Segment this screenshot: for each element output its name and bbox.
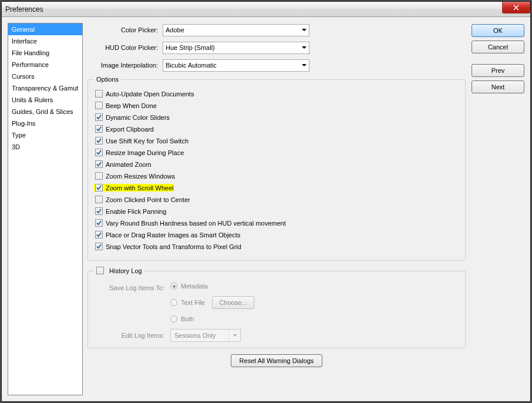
option-row: Use Shift Key for Tool Switch <box>94 137 459 145</box>
option-row: Place or Drag Raster Images as Smart Obj… <box>94 231 459 239</box>
image-interpolation-select[interactable]: Bicubic Automatic <box>163 59 309 72</box>
top-controls: Color Picker: Adobe HUD Color Picker: Hu… <box>87 23 466 367</box>
option-checkbox[interactable] <box>95 113 103 121</box>
option-row: Animated Zoom <box>94 160 459 168</box>
option-label: Use Shift Key for Tool Switch <box>106 137 188 145</box>
option-checkbox[interactable] <box>95 137 103 145</box>
image-interpolation-value: Bicubic Automatic <box>166 62 217 69</box>
option-row: Zoom Resizes Windows <box>94 172 459 180</box>
sidebar-item-guides-grid-slices[interactable]: Guides, Grid & Slices <box>8 106 82 117</box>
option-label: Snap Vector Tools and Transforms to Pixe… <box>106 243 241 250</box>
radio-metadata[interactable] <box>170 283 177 290</box>
option-checkbox[interactable] <box>95 231 103 239</box>
sidebar-item-units-rulers[interactable]: Units & Rulers <box>8 94 82 106</box>
option-label: Auto-Update Open Documents <box>106 90 194 98</box>
save-log-items-label: Save Log Items To: <box>100 284 170 291</box>
sidebar-item-performance[interactable]: Performance <box>8 59 82 70</box>
option-label: Zoom with Scroll Wheel <box>106 184 174 192</box>
radio-text-file-label: Text File <box>181 299 205 306</box>
prev-button[interactable]: Prev <box>472 64 524 77</box>
options-legend: Options <box>94 76 121 83</box>
option-checkbox[interactable] <box>95 243 103 250</box>
option-checkbox[interactable] <box>95 160 103 168</box>
hud-color-picker-select[interactable]: Hue Strip (Small) <box>163 42 309 54</box>
history-log-label: History Log <box>109 267 142 274</box>
option-checkbox[interactable] <box>95 207 103 215</box>
option-label: Resize Image During Place <box>106 149 184 156</box>
history-log-checkbox[interactable] <box>96 267 104 274</box>
color-picker-select[interactable]: Adobe <box>163 24 309 36</box>
ok-button[interactable]: OK <box>472 24 524 37</box>
option-row: Dynamic Color Sliders <box>94 113 459 121</box>
history-log-fieldset: History Log Save Log Items To: Metadata <box>87 267 466 348</box>
option-label: Zoom Resizes Windows <box>106 173 175 180</box>
option-checkbox[interactable] <box>95 196 103 203</box>
chevron-down-icon <box>302 29 307 31</box>
reset-warnings-button[interactable]: Reset All Warning Dialogs <box>231 354 323 367</box>
radio-text-file[interactable] <box>170 299 177 306</box>
radio-both-label: Both <box>181 315 194 323</box>
option-checkbox[interactable] <box>95 172 103 180</box>
window-title: Preferences <box>4 5 43 14</box>
color-picker-value: Adobe <box>166 26 184 33</box>
close-button[interactable] <box>502 2 530 14</box>
option-label: Vary Round Brush Hardness based on HUD v… <box>106 220 286 227</box>
option-checkbox[interactable] <box>95 149 103 156</box>
next-button[interactable]: Next <box>472 80 524 93</box>
option-label: Zoom Clicked Point to Center <box>106 196 190 203</box>
chevron-down-icon <box>302 64 307 66</box>
cancel-button[interactable]: Cancel <box>472 41 524 53</box>
sidebar-item-plugins[interactable]: Plug-Ins <box>8 117 82 129</box>
edit-log-items-label: Edit Log Items: <box>100 332 170 339</box>
option-label: Export Clipboard <box>106 126 154 133</box>
sidebar-item-cursors[interactable]: Cursors <box>8 70 82 82</box>
hud-color-picker-value: Hue Strip (Small) <box>166 44 215 51</box>
sidebar-item-3d[interactable]: 3D <box>8 141 82 153</box>
image-interpolation-label: Image Interpolation: <box>87 62 163 69</box>
option-label: Place or Drag Raster Images as Smart Obj… <box>106 231 240 239</box>
sidebar-item-file-handling[interactable]: File Handling <box>8 47 82 59</box>
option-label: Dynamic Color Sliders <box>106 114 170 121</box>
chevron-down-icon <box>233 334 237 337</box>
category-sidebar: General Interface File Handling Performa… <box>8 23 83 395</box>
radio-metadata-label: Metadata <box>181 283 208 290</box>
option-checkbox[interactable] <box>95 102 103 109</box>
option-label: Animated Zoom <box>106 161 151 168</box>
action-buttons: OK Cancel Prev Next <box>472 23 524 367</box>
option-checkbox[interactable] <box>95 90 103 98</box>
sidebar-item-type[interactable]: Type <box>8 129 82 141</box>
option-checkbox[interactable] <box>95 125 103 133</box>
close-icon <box>513 5 519 11</box>
option-checkbox[interactable] <box>95 219 103 227</box>
option-row: Beep When Done <box>94 102 459 109</box>
choose-button[interactable]: Choose... <box>212 296 254 309</box>
options-fieldset: Options Auto-Update Open DocumentsBeep W… <box>87 76 466 261</box>
main-panel: Color Picker: Adobe HUD Color Picker: Hu… <box>87 23 524 395</box>
preferences-window: Preferences General Interface File Handl… <box>1 1 531 402</box>
option-row: Zoom with Scroll Wheel <box>94 184 174 192</box>
option-row: Resize Image During Place <box>94 149 459 156</box>
option-label: Enable Flick Panning <box>106 208 166 215</box>
history-log-legend: History Log <box>94 267 144 276</box>
sidebar-item-general[interactable]: General <box>8 23 82 35</box>
chevron-down-icon <box>302 46 307 49</box>
option-row: Enable Flick Panning <box>94 207 459 215</box>
option-checkbox[interactable] <box>95 184 103 192</box>
edit-log-items-value: Sessions Only <box>174 332 216 339</box>
hud-color-picker-label: HUD Color Picker: <box>87 44 163 51</box>
dialog-body: General Interface File Handling Performa… <box>2 17 530 401</box>
sidebar-item-interface[interactable]: Interface <box>8 35 82 47</box>
sidebar-item-transparency-gamut[interactable]: Transparency & Gamut <box>8 82 82 94</box>
titlebar[interactable]: Preferences <box>2 2 530 17</box>
color-picker-label: Color Picker: <box>87 26 163 33</box>
option-row: Auto-Update Open Documents <box>94 90 459 98</box>
edit-log-items-select[interactable]: Sessions Only <box>170 329 241 342</box>
radio-both[interactable] <box>170 315 177 323</box>
option-row: Export Clipboard <box>94 125 459 133</box>
option-row: Snap Vector Tools and Transforms to Pixe… <box>94 243 459 250</box>
option-label: Beep When Done <box>106 102 157 109</box>
option-row: Vary Round Brush Hardness based on HUD v… <box>94 219 459 227</box>
option-row: Zoom Clicked Point to Center <box>94 196 459 203</box>
